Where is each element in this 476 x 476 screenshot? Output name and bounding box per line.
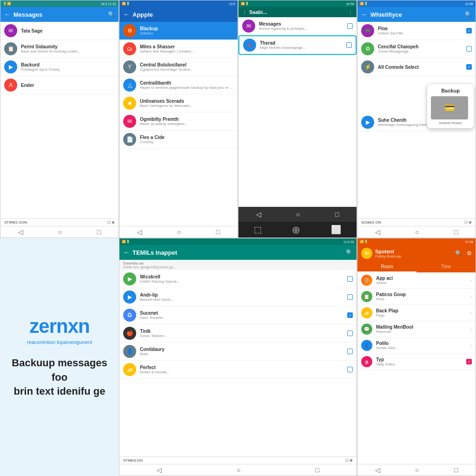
- back-icon-4[interactable]: ←: [361, 11, 368, 18]
- checkbox-checked[interactable]: ✓: [466, 28, 472, 33]
- list-item[interactable]: ✉ Tata Sage: [0, 22, 119, 40]
- list-item[interactable]: G Sucenet Danr. Runlete... ✓: [119, 306, 357, 324]
- item-subtitle: Danr. Runlete...: [140, 316, 344, 320]
- checkbox[interactable]: [347, 23, 353, 29]
- spotent-list-item[interactable]: 🎨 App aci Sniine ›: [357, 272, 476, 289]
- back-btn-4[interactable]: ◁: [375, 228, 380, 236]
- spotent-app-bar: ✉ Spotent Folibly Buiicoup 🔍 ⚙: [357, 245, 476, 262]
- item-title: Therad: [260, 40, 343, 46]
- checkbox-checked[interactable]: ✓: [466, 64, 472, 70]
- item-icon: 🍎: [123, 327, 136, 340]
- list-item[interactable]: ■ Unlivanues Scerads Back Uarlnigems tor…: [119, 94, 238, 112]
- checkbox[interactable]: [347, 349, 353, 354]
- search-icon-6[interactable]: 🔍: [346, 249, 353, 256]
- list-item[interactable]: ▶ Andr-Iip Backoil Man Stock...: [119, 288, 357, 306]
- list-item[interactable]: 👤 Contidaury Mark: [119, 343, 357, 361]
- search-icon-4[interactable]: 🔍: [465, 11, 472, 18]
- item-subtitle: Back aod Shrive M molotag unlieh...: [21, 49, 115, 53]
- list-item[interactable]: ⚙ Blackup Ddiision: [119, 22, 238, 40]
- list-item[interactable]: 📋 Perint Sidaumity Back aod Shrive M mol…: [0, 40, 119, 58]
- popup-image: 💳: [431, 96, 468, 119]
- spotent-list-item[interactable]: 📁 Back Plap Page ›: [357, 305, 476, 321]
- stores-bar-1: STIRES OON ⬡ ⊕: [0, 218, 119, 226]
- list-item-highlighted[interactable]: 🔺 Therad Migh Mohies anaaraginge...: [238, 35, 357, 55]
- list-item[interactable]: 🎮 Pine Udlere Sia Fille ✓: [357, 22, 476, 40]
- search-icon-7[interactable]: 🔍: [455, 250, 462, 257]
- list-item[interactable]: ▶ Wicskrell Catilct Toluring Specia...: [119, 270, 357, 288]
- status-bar-3: 📶🔋 10:50: [238, 0, 357, 7]
- back-btn-2[interactable]: ◁: [137, 228, 142, 236]
- item-icon: ▶: [361, 116, 374, 129]
- appple-list: ⚙ Blackup Ddiision 🗂 Miles a Shasser Sef…: [119, 22, 238, 226]
- item-text: Matling MenBool Reernote: [376, 324, 467, 334]
- backup-popup: Backup 💳 Sontrod Vinsion: [427, 84, 474, 128]
- tab-time[interactable]: Time: [416, 262, 476, 272]
- spotent-title-group: Spotent Folibly Buiicoup: [375, 249, 452, 258]
- spotent-list-item[interactable]: 💬 Matling MenBool Reernote ›: [357, 321, 476, 337]
- home-btn-6[interactable]: ○: [237, 466, 240, 474]
- search-icon-1[interactable]: 🔍: [108, 11, 115, 18]
- back-btn-3[interactable]: ◁: [256, 211, 261, 218]
- more-icon-3[interactable]: ⋮: [348, 10, 353, 15]
- monitor-btn[interactable]: ⬚: [254, 225, 262, 235]
- back-plap-title: Back Plap: [376, 308, 467, 313]
- spotent-list-item[interactable]: p Typ Sally Subur ✓: [357, 354, 476, 370]
- list-item[interactable]: A Ender: [0, 76, 119, 94]
- item-text: Blackup Ddiision: [140, 26, 234, 35]
- recents-btn-3[interactable]: □: [335, 211, 339, 218]
- list-item[interactable]: ⚡ All Connole Select ✓: [357, 58, 476, 76]
- checkbox[interactable]: [466, 46, 472, 52]
- list-item[interactable]: 🍎 Tinlk Sonei. Elatonn...: [119, 324, 357, 343]
- list-item[interactable]: ✉ Ogmibilty Premth Backr ad plainty octh…: [119, 112, 238, 131]
- list-item[interactable]: Y Central Bolulosifanel Cgnfprence Hcorn…: [119, 58, 238, 76]
- store-icons-1[interactable]: ⬡ ⊕: [107, 220, 115, 225]
- item-title: Sucenet: [140, 311, 344, 316]
- settings-icon-7[interactable]: ⚙: [467, 250, 472, 257]
- home-btn-1[interactable]: ○: [58, 228, 62, 236]
- back-btn-6[interactable]: ◁: [157, 466, 162, 474]
- menu-icon-3[interactable]: ⋮: [242, 10, 247, 15]
- spotent-list-item[interactable]: 📋 Paticss Goop Pese ›: [357, 289, 476, 305]
- checkbox[interactable]: [347, 276, 353, 282]
- item-title: Cenclfal Chaiopeh: [378, 44, 463, 49]
- circle-btn[interactable]: ◎: [292, 225, 300, 235]
- store-icons-4[interactable]: ⬡ ⊕: [464, 220, 472, 225]
- item-title: Wicskrell: [140, 274, 344, 279]
- checkbox-checked[interactable]: ✓: [347, 312, 353, 318]
- back-btn-7[interactable]: ◁: [375, 466, 380, 474]
- list-item[interactable]: ▶ Backurd Prefaagnir Spck Trnlory: [0, 58, 119, 76]
- back-btn-1[interactable]: ◁: [18, 228, 23, 236]
- checkbox[interactable]: [347, 331, 353, 336]
- list-item[interactable]: 📄 Fles a Cide Contcity: [119, 131, 238, 149]
- back-icon-2[interactable]: ←: [123, 11, 130, 18]
- checkbox[interactable]: [346, 42, 352, 48]
- back-icon-1[interactable]: ←: [4, 11, 11, 18]
- list-item[interactable]: 🗂 Miles a Shasser Sefiere Niel Masagen J…: [119, 40, 238, 58]
- list-item[interactable]: 📁 Perfect Motler & lulmate...: [119, 361, 357, 379]
- list-item[interactable]: △ Centrallibanth Hepre to neshioli pappl…: [119, 76, 238, 94]
- home-btn-3[interactable]: ○: [296, 211, 300, 218]
- tab-room[interactable]: Room: [357, 262, 416, 272]
- checkbox[interactable]: [347, 294, 353, 300]
- recents-btn-4[interactable]: □: [454, 228, 458, 236]
- store-icons-6[interactable]: ⬡ ⊕: [345, 458, 353, 463]
- home-btn-4[interactable]: ○: [415, 228, 419, 236]
- back-icon-6[interactable]: ←: [123, 249, 130, 256]
- recents-btn-2[interactable]: □: [216, 228, 220, 236]
- recents-btn-7[interactable]: □: [454, 466, 458, 474]
- item-subtitle: Migh Mohies anaaraginge...: [260, 46, 343, 50]
- temils-app-bar: ← TEMILs Inappet 🔍: [119, 245, 357, 260]
- square-btn[interactable]: ⬜: [331, 225, 341, 235]
- list-item[interactable]: ✉ Messages Soone sigrtionig & yrnlofyta.…: [238, 17, 357, 35]
- home-btn-2[interactable]: ○: [177, 228, 181, 236]
- list-item[interactable]: ⚙ Cenclfal Chaiopeh Coure Mesagooge...: [357, 40, 476, 58]
- checkbox[interactable]: [347, 367, 353, 372]
- recents-btn-1[interactable]: □: [97, 228, 101, 236]
- home-btn-7[interactable]: ○: [415, 466, 419, 474]
- spotent-icon: ✉: [361, 248, 372, 259]
- recents-btn-6[interactable]: □: [315, 466, 319, 474]
- checkbox-checked[interactable]: ✓: [466, 359, 472, 364]
- item-icon: 📁: [123, 363, 136, 376]
- spotent-list-item[interactable]: 👤 Polilo Snirait Jubs ›: [357, 337, 476, 354]
- item-title: Messages: [259, 21, 344, 26]
